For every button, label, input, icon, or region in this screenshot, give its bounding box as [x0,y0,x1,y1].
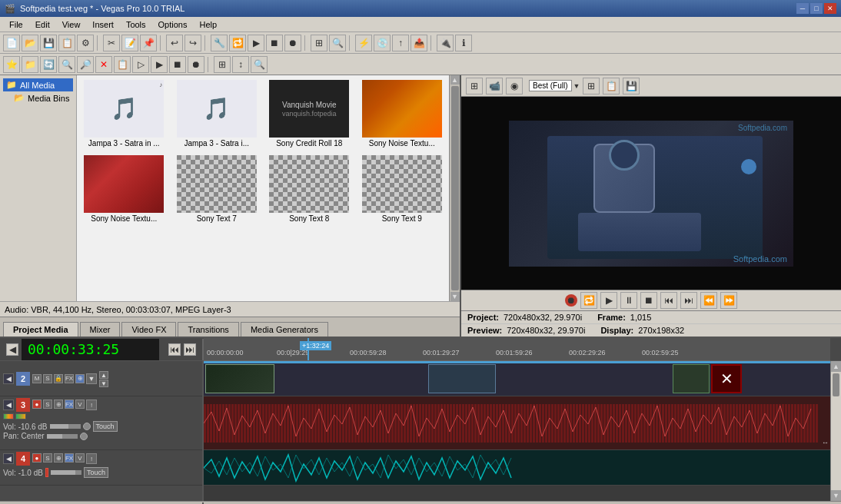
video-clip-4[interactable]: ✕ [711,364,742,393]
track4-collapse[interactable]: ◀ [3,453,14,464]
paste-button[interactable]: 📌 [140,35,157,51]
menu-help[interactable]: Help [193,18,223,31]
track-collapse-btn[interactable]: ◀ [3,373,14,384]
snap-button[interactable]: 🔧 [211,35,228,51]
menu-tools[interactable]: Tools [120,18,152,31]
video-clip-2[interactable] [428,364,496,393]
track3-env[interactable]: V [75,400,85,409]
copy-button[interactable]: 📝 [121,35,138,51]
tl-expand-btn[interactable]: ⏮ [168,343,181,356]
track4-mute[interactable]: ● [32,453,42,463]
video-track-content[interactable]: ✕ [204,361,830,396]
tb2-btn7[interactable]: 📋 [114,56,131,73]
burn-button[interactable]: 💿 [374,35,391,51]
tab-media-generators[interactable]: Media Generators [241,322,328,337]
preview-tb-btn2[interactable]: 📹 [486,78,503,94]
folder-media-bins[interactable]: 📂 Media Bins [3,91,73,104]
track3-collapse[interactable]: ◀ [3,400,14,410]
track3-mute[interactable]: ● [32,400,42,409]
save-button[interactable]: 💾 [40,35,57,51]
tab-transitions[interactable]: Transitions [178,322,238,337]
track4-vol[interactable]: V [75,453,85,463]
track4-env[interactable]: ⊕ [54,453,63,463]
minimize-button[interactable]: ─ [796,3,809,14]
loop-button[interactable]: 🔁 [229,35,246,51]
quality-selector[interactable]: Best (Full) ▼ [529,80,580,91]
media-item-6[interactable]: Sony Text 7 [173,154,261,224]
tb2-btn5[interactable]: 🔎 [77,56,94,73]
media-item-4[interactable]: Sony Noise Textu... [358,78,447,149]
track-2-solo[interactable]: S [43,374,52,383]
undo-button[interactable]: ↩ [166,35,183,51]
new-button[interactable]: 📄 [3,35,20,51]
preview-rec-btn[interactable]: ⏺ [565,294,577,307]
timeline-hscroll[interactable]: Rate: 0.00 ▲ [0,501,841,504]
audio-track-4-content[interactable] [204,450,830,486]
track-2-comp[interactable]: ⊕ [75,374,85,383]
media-item-8[interactable]: Sony Text 9 [358,154,447,224]
save-as-button[interactable]: 📋 [58,35,75,51]
preview-save-btn[interactable]: 💾 [623,78,640,94]
cut-button[interactable]: ✂ [103,35,120,51]
preview-rw-btn[interactable]: ⏪ [700,292,717,309]
tool2-button[interactable]: ⏹ [266,35,283,51]
tb2-expand[interactable]: ↕ [232,56,249,73]
preview-copy-btn[interactable]: 📋 [603,78,620,94]
tl-collapse-btn[interactable]: ◀ [6,343,18,356]
preview-pause-btn[interactable]: ⏸ [620,292,637,309]
preview-play-btn[interactable]: ▶ [600,292,617,309]
preview-stop-btn[interactable]: ⏹ [640,292,657,309]
media-item-5[interactable]: Sony Noise Textu... [80,154,168,224]
vscroll-thumb[interactable] [833,373,839,396]
tb2-btn2[interactable]: 📁 [22,56,38,73]
video-clip-1[interactable] [205,364,274,393]
menu-insert[interactable]: Insert [86,18,120,31]
tab-video-fx[interactable]: Video FX [121,322,176,337]
tab-project-media[interactable]: Project Media [3,322,78,337]
media-item-3[interactable]: Vanquish Movievanquish.fotpedia Sony Cre… [265,78,354,149]
media-vscroll[interactable]: ▲ ▼ [449,75,460,301]
menu-file[interactable]: File [3,18,29,31]
tb2-record[interactable]: ⏺ [188,56,204,73]
track-2-up[interactable]: ▲ [99,371,108,379]
tb2-btn1[interactable]: ⭐ [3,56,20,73]
maximize-button[interactable]: □ [810,3,823,14]
media-item-7[interactable]: Sony Text 8 [265,154,354,224]
preview-next-btn[interactable]: ⏭ [680,292,697,309]
tl-home-btn[interactable]: ⏭ [184,343,196,356]
track3-menu[interactable]: ! [86,400,97,410]
menu-options[interactable]: Options [152,18,194,31]
open-button[interactable]: 📂 [22,35,38,51]
vol-knob-3[interactable] [83,423,91,430]
tool3-button[interactable]: ⏺ [284,35,301,51]
preview-grid-btn[interactable]: ⊞ [583,78,600,94]
vol-slider-4[interactable] [51,470,81,475]
timeline-vscroll[interactable]: ▲ ▼ [830,361,841,501]
tb2-grid[interactable]: ⊞ [214,56,231,73]
preview-tb-btn1[interactable]: ⊞ [466,78,483,94]
vscroll-down[interactable]: ▼ [831,490,841,501]
touch-btn-4[interactable]: Touch [84,467,108,478]
video-clip-3[interactable] [673,364,710,393]
preview-ff-btn[interactable]: ⏩ [720,292,737,309]
vscroll-up[interactable]: ▲ [831,361,841,372]
pan-knob-3[interactable] [80,433,88,440]
track-2-fx[interactable]: FX [65,374,74,383]
tb2-btn6[interactable]: ✕ [95,56,112,73]
preview-loop-btn[interactable]: 🔁 [580,292,597,309]
track4-menu[interactable]: ! [86,453,97,464]
plug-button[interactable]: 🔌 [437,35,454,51]
touch-btn-3[interactable]: Touch [93,421,118,432]
preview-prev-btn[interactable]: ⏮ [660,292,677,309]
tab-mixer[interactable]: Mixer [80,322,121,337]
track-2-lock[interactable]: 🔒 [54,374,63,383]
audio-track-3-content[interactable]: ↔ [204,396,830,450]
track3-solo[interactable]: S [43,400,52,409]
media-item-2[interactable]: 🎵 Jampa 3 - Satra i... [173,78,261,149]
media-grid-area[interactable]: 🎵 ♪ Jampa 3 - Satra in ... 🎵 Jampa 3 - S… [77,75,460,301]
track-2-menu[interactable]: ▼ [86,373,97,384]
quality-dropdown[interactable]: Best (Full) [529,80,572,91]
export-button[interactable]: 📤 [411,35,427,51]
info-button[interactable]: ℹ [455,35,472,51]
redo-button[interactable]: ↪ [184,35,201,51]
